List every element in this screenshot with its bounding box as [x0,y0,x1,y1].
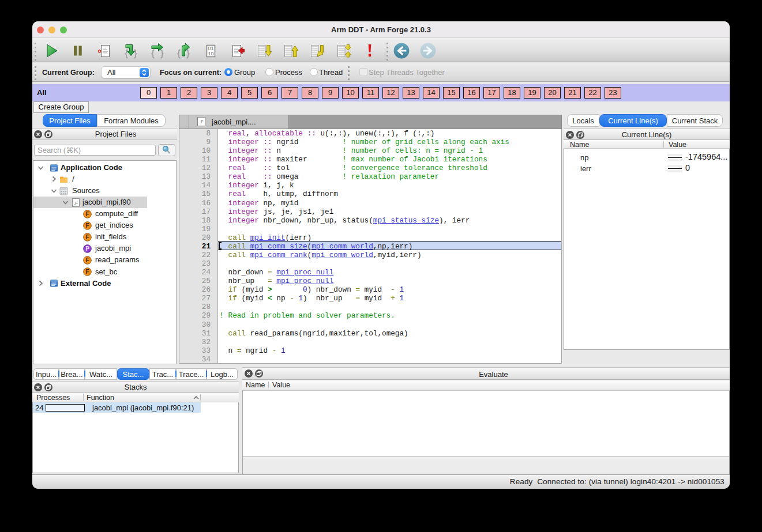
svg-text:P: P [85,246,89,252]
svg-text:F: F [86,234,89,240]
svg-text:F: F [86,257,89,263]
svg-text:F: F [86,211,89,217]
svg-text:F: F [86,222,89,229]
svg-text:10: 10 [208,51,213,56]
svg-text:.F: .F [199,119,203,124]
svg-text:.F: .F [74,200,78,205]
svg-text:F: F [86,269,89,275]
